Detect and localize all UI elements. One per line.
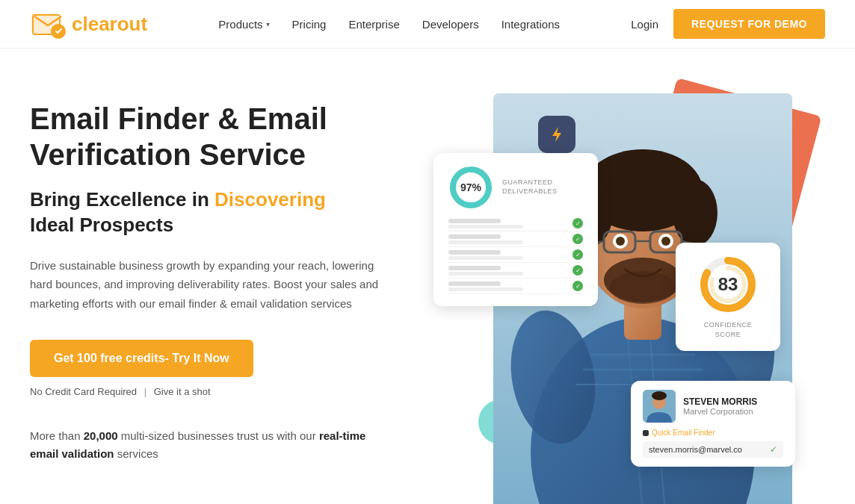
svg-point-40 (652, 391, 667, 400)
credit-note: No Credit Card Required | Give it a shot (30, 386, 419, 397)
hero-description: Drive sustainable business growth by exp… (30, 256, 396, 314)
nav-integrations[interactable]: Integrations (501, 18, 560, 31)
steven-badge: Quick Email Finder (643, 429, 783, 437)
avatar (643, 390, 676, 423)
guaranteed-label: GUARANTEED DELIVERABLES (502, 178, 558, 196)
header: clearout Products ▾ Pricing Enterprise D… (0, 0, 855, 49)
nav-products[interactable]: Products ▾ (218, 18, 269, 31)
hero-left: Email Finder & Email Verification Servic… (30, 93, 419, 463)
lightning-icon (546, 124, 567, 145)
svg-point-16 (673, 179, 717, 246)
login-button[interactable]: Login (631, 18, 658, 31)
confidence-label: CONFIDENCE SCORE (691, 320, 765, 339)
logo[interactable]: clearout (30, 9, 147, 39)
steven-email: steven.morris@marvel.co ✓ (643, 441, 783, 458)
email-table: ✓ ✓ ✓ ✓ ✓ (448, 216, 583, 294)
main-content: Email Finder & Email Verification Servic… (0, 49, 855, 504)
steven-info: STEVEN MORRIS Marvel Corporation (683, 396, 783, 416)
table-row: ✓ (448, 279, 583, 294)
logo-icon (30, 9, 66, 39)
deliverables-header: 97% GUARANTEED DELIVERABLES (448, 165, 583, 210)
hero-subtitle: Bring Excellence in Discovering Ideal Pr… (30, 187, 419, 238)
steven-name: STEVEN MORRIS (683, 396, 783, 407)
confidence-score: 83 (718, 274, 738, 295)
confidence-donut: 83 (698, 255, 758, 314)
logo-text: clearout (72, 13, 147, 36)
deliverables-card: 97% GUARANTEED DELIVERABLES ✓ ✓ (433, 153, 598, 306)
deliverables-text: GUARANTEED DELIVERABLES (502, 178, 558, 196)
steven-profile: STEVEN MORRIS Marvel Corporation (643, 390, 783, 423)
lightning-card (538, 116, 575, 153)
steven-morris-card: STEVEN MORRIS Marvel Corporation Quick E… (631, 381, 795, 467)
navigation: Products ▾ Pricing Enterprise Developers… (218, 18, 560, 31)
nav-pricing[interactable]: Pricing (292, 18, 327, 31)
table-row: ✓ (448, 263, 583, 279)
svg-point-27 (661, 237, 670, 246)
hero-visual: 97% GUARANTEED DELIVERABLES ✓ ✓ (419, 93, 825, 504)
cta-button[interactable]: Get 100 free credits- Try It Now (30, 340, 253, 377)
table-row: ✓ (448, 231, 583, 247)
nav-enterprise[interactable]: Enterprise (348, 18, 399, 31)
hero-title: Email Finder & Email Verification Servic… (30, 101, 419, 172)
svg-point-26 (616, 237, 625, 246)
verified-check-icon: ✓ (770, 444, 777, 455)
confidence-card: 83 CONFIDENCE SCORE (676, 243, 780, 351)
table-row: ✓ (448, 247, 583, 263)
nav-developers[interactable]: Developers (422, 18, 479, 31)
deliverables-donut: 97% (448, 165, 493, 210)
table-row: ✓ (448, 216, 583, 231)
deliverables-percentage: 97% (460, 181, 481, 193)
chevron-down-icon: ▾ (266, 20, 270, 28)
badge-icon (643, 430, 649, 436)
nav-actions: Login REQUEST FOR DEMO (631, 9, 825, 39)
steven-company: Marvel Corporation (683, 407, 783, 416)
trust-text: More than 20,000 multi-sized businesses … (30, 427, 389, 463)
request-demo-button[interactable]: REQUEST FOR DEMO (673, 9, 825, 39)
